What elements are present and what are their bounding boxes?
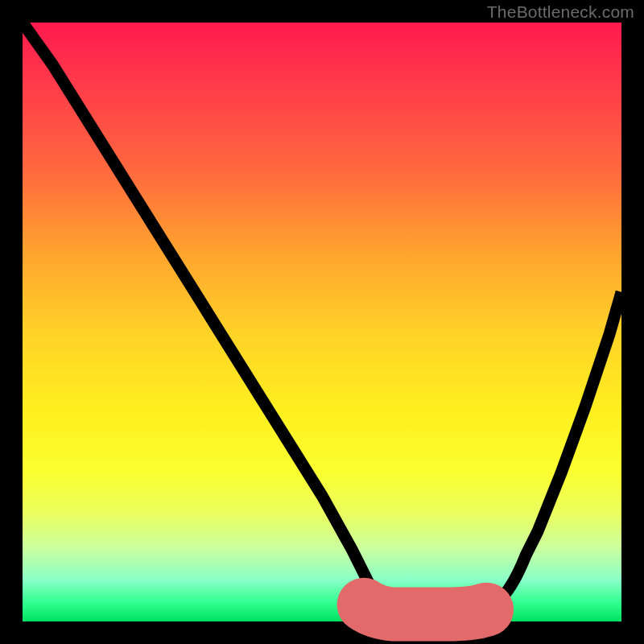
bottleneck-curve	[23, 23, 621, 616]
optimal-zone-line	[364, 605, 487, 614]
chart-svg	[23, 23, 621, 621]
optimal-zone-end-marker	[488, 597, 501, 609]
watermark-text: TheBottleneck.com	[487, 2, 634, 22]
chart-frame: TheBottleneck.com	[0, 0, 644, 644]
